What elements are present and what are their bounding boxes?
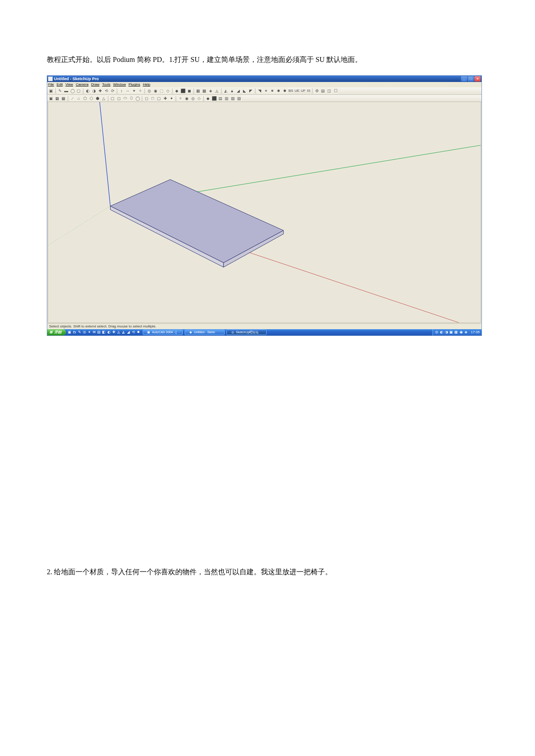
toolbar1-button-26[interactable]: ▲ <box>229 88 235 94</box>
toolbar1-button-19[interactable]: ⬛ <box>180 88 186 94</box>
toolbar2-button-25[interactable]: ▤ <box>218 95 223 101</box>
toolbar1-button-8[interactable]: ⟲ <box>103 88 109 94</box>
start-button[interactable]: ⊞ 开始 <box>47 329 66 335</box>
toolbar2-button-6[interactable]: ⬡ <box>88 95 94 101</box>
tray-icon-6[interactable]: ◈ <box>464 330 468 334</box>
toolbar2-button-2[interactable]: ▩ <box>61 95 66 101</box>
toolbar1-button-30[interactable]: ◥ <box>257 88 263 94</box>
maximize-button[interactable]: □ <box>468 76 474 82</box>
tray-icon-3[interactable]: ▣ <box>449 330 453 334</box>
quicklaunch-item-8[interactable]: ◐ <box>107 330 111 335</box>
toolbar1-button-27[interactable]: ◢ <box>235 88 241 94</box>
toolbar1-button-21[interactable]: ▦ <box>195 88 201 94</box>
taskbar-task-0[interactable]: ▣AutoCAD 2004 - [ <box>143 330 183 335</box>
toolbar2-button-1[interactable]: ▦ <box>54 95 60 101</box>
quicklaunch-item-2[interactable]: ✎ <box>77 330 82 335</box>
toolbar-label-uf[interactable]: UF <box>300 89 306 93</box>
toolbar1-tail-0[interactable]: ⚙ <box>314 88 320 94</box>
quicklaunch-item-3[interactable]: ◎ <box>82 330 86 335</box>
toolbar2-button-12[interactable]: ⬯ <box>128 95 134 101</box>
toolbar2-button-28[interactable]: ▨ <box>236 95 242 101</box>
toolbar2-button-11[interactable]: ⬭ <box>122 95 128 101</box>
toolbar1-button-25[interactable]: ◭ <box>223 88 229 94</box>
toolbar1-button-1[interactable]: ✎ <box>57 88 63 94</box>
toolbar2-button-20[interactable]: ◉ <box>184 95 189 101</box>
toolbar1-button-20[interactable]: ◼ <box>186 88 192 94</box>
menu-draw[interactable]: Draw <box>91 82 99 86</box>
toolbar1-button-2[interactable]: ▬ <box>63 88 69 94</box>
toolbar1-button-11[interactable]: ↔ <box>125 88 131 94</box>
toolbar1-button-16[interactable]: ⬚ <box>159 88 165 94</box>
toolbar2-button-0[interactable]: ▣ <box>48 95 54 101</box>
toolbar1-button-13[interactable]: ✧ <box>137 88 143 94</box>
toolbar-label-is[interactable]: IS <box>306 89 311 93</box>
toolbar1-button-28[interactable]: ◣ <box>242 88 247 94</box>
toolbar-label-ue[interactable]: UE <box>294 89 300 93</box>
toolbar2-button-23[interactable]: ◆ <box>205 95 211 101</box>
toolbar1-button-33[interactable]: ✸ <box>276 88 281 94</box>
toolbar1-button-0[interactable]: ▣ <box>48 88 54 94</box>
toolbar2-button-17[interactable]: ✚ <box>162 95 168 101</box>
toolbar2-button-4[interactable]: ⌂ <box>76 95 82 101</box>
toolbar1-button-10[interactable]: ↕ <box>119 88 124 94</box>
toolbar1-button-29[interactable]: ◤ <box>248 88 254 94</box>
toolbar1-button-7[interactable]: ✚ <box>97 88 103 94</box>
quicklaunch-item-9[interactable]: ✚ <box>111 330 116 335</box>
toolbar1-button-12[interactable]: ✦ <box>131 88 137 94</box>
toolbar2-button-27[interactable]: ▧ <box>230 95 236 101</box>
menu-window[interactable]: Window <box>113 82 126 86</box>
quicklaunch-item-11[interactable]: ◭ <box>121 330 126 335</box>
menu-edit[interactable]: Edit <box>57 82 63 86</box>
toolbar2-button-14[interactable]: ◻ <box>144 95 149 101</box>
toolbar2-button-10[interactable]: ◻ <box>116 95 122 101</box>
quicklaunch-item-10[interactable]: ◬ <box>116 330 121 335</box>
toolbar2-button-24[interactable]: ⬛ <box>211 95 217 101</box>
quicklaunch-item-6[interactable]: ▤ <box>97 330 101 335</box>
minimize-button[interactable]: _ <box>461 76 467 82</box>
toolbar2-button-13[interactable]: ◯ <box>135 95 140 101</box>
taskbar-task-1[interactable]: ◆Untitled - Sketc <box>185 330 225 335</box>
toolbar2-button-8[interactable]: △ <box>101 95 107 101</box>
toolbar2-button-15[interactable]: □ <box>150 95 156 101</box>
quicklaunch-item-14[interactable]: ✸ <box>136 330 140 335</box>
tray-icon-1[interactable]: ◐ <box>440 330 444 334</box>
toolbar2-button-21[interactable]: ◎ <box>190 95 196 101</box>
tray-icon-0[interactable]: ◎ <box>435 330 439 334</box>
toolbar-label-bs[interactable]: BS <box>288 89 294 93</box>
menu-file[interactable]: File <box>48 82 54 86</box>
toolbar2-button-22[interactable]: ◇ <box>196 95 202 101</box>
toolbar1-button-23[interactable]: ◈ <box>208 88 214 94</box>
model-viewport[interactable] <box>48 102 481 323</box>
toolbar2-button-7[interactable]: ⬢ <box>95 95 100 101</box>
toolbar1-button-24[interactable]: ◬ <box>214 88 220 94</box>
toolbar1-button-9[interactable]: ⟳ <box>110 88 115 94</box>
toolbar1-button-14[interactable]: ◎ <box>146 88 152 94</box>
toolbar1-button-17[interactable]: ◇ <box>165 88 171 94</box>
taskbar-task-2[interactable]: ◎SketchUp吧论坛 <box>226 330 267 335</box>
toolbar1-button-22[interactable]: ▩ <box>202 88 207 94</box>
quicklaunch-item-7[interactable]: ◧ <box>102 330 106 335</box>
tray-icon-5[interactable]: ◉ <box>459 330 463 334</box>
quicklaunch-item-0[interactable]: ▣ <box>67 330 72 335</box>
tray-icon-4[interactable]: ▦ <box>454 330 458 334</box>
toolbar1-button-15[interactable]: ◉ <box>152 88 158 94</box>
toolbar2-button-9[interactable]: ▢ <box>110 95 115 101</box>
toolbar1-tail-2[interactable]: ◫ <box>326 88 332 94</box>
toolbar2-button-5[interactable]: ⬠ <box>82 95 88 101</box>
toolbar2-button-26[interactable]: ▥ <box>224 95 230 101</box>
menu-camera[interactable]: Camera <box>76 82 88 86</box>
toolbar1-tail-1[interactable]: ▤ <box>320 88 326 94</box>
toolbar2-button-19[interactable]: ✧ <box>177 95 183 101</box>
menu-tools[interactable]: Tools <box>102 82 111 86</box>
toolbar1-button-4[interactable]: ▢ <box>76 88 82 94</box>
toolbar1-button-34[interactable]: ✹ <box>282 88 288 94</box>
toolbar1-button-6[interactable]: ◑ <box>91 88 97 94</box>
toolbar1-button-3[interactable]: ◯ <box>70 88 75 94</box>
toolbar2-button-16[interactable]: ▢ <box>156 95 162 101</box>
close-button[interactable]: × <box>474 76 481 82</box>
toolbar1-tail-3[interactable]: ☐ <box>333 88 338 94</box>
toolbar1-button-32[interactable]: ✷ <box>269 88 275 94</box>
quicklaunch-item-12[interactable]: ◢ <box>126 330 131 335</box>
menu-plugins[interactable]: Plugins <box>128 82 140 86</box>
toolbar2-button-18[interactable]: ✦ <box>169 95 174 101</box>
